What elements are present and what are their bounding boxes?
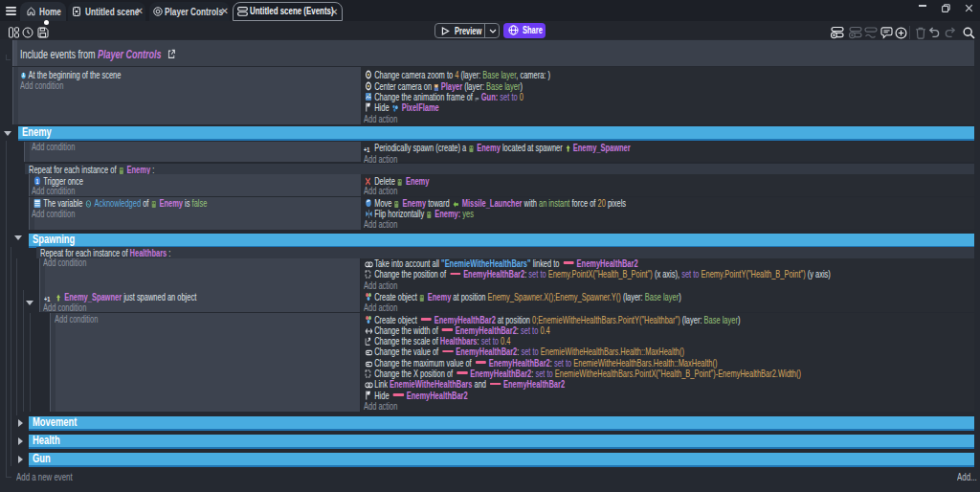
svg-text:1: 1 [35, 176, 38, 184]
